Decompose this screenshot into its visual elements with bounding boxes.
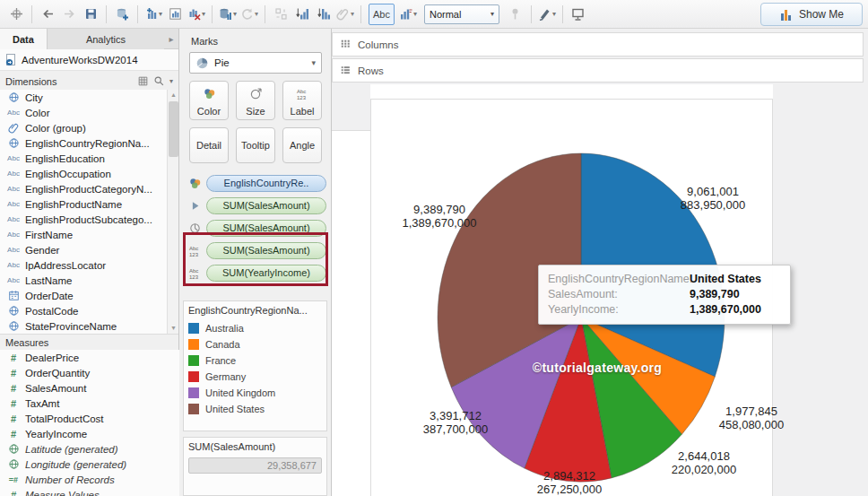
legend-item-australia[interactable]: Australia <box>188 320 326 336</box>
size-button[interactable]: Size <box>236 81 275 120</box>
duplicate-sheet-button[interactable] <box>164 3 186 26</box>
tableau-logo-button[interactable] <box>5 3 27 26</box>
measure-taxamt[interactable]: #TaxAmt <box>0 396 179 411</box>
label-button[interactable]: Abc123 Label <box>282 81 322 120</box>
dimension-englishproductname[interactable]: AbcEnglishProductName <box>0 196 167 212</box>
detail-button[interactable]: Detail <box>189 127 229 163</box>
show-mark-labels-button[interactable]: Abc <box>369 4 395 25</box>
measures-header-label: Measures <box>5 337 48 348</box>
toolbar: ▾▾▾▾▾ Abc ▾Normal▾▾ Show Me <box>0 0 868 29</box>
dropdown-chevron-icon[interactable]: ▾ <box>202 10 205 18</box>
size-legend-value[interactable]: 29,358,677 <box>188 457 322 474</box>
legend-item-france[interactable]: France <box>188 352 326 369</box>
dimension-englisheducation[interactable]: AbcEnglishEducation <box>0 151 167 166</box>
measure-dealerprice[interactable]: #DealerPrice <box>0 350 179 365</box>
svg-text:123: 123 <box>189 251 199 257</box>
svg-text:123: 123 <box>189 274 199 279</box>
dimension-ipaddresslocator[interactable]: AbcIpAddressLocator <box>0 257 167 273</box>
measure-totalproductcost[interactable]: #TotalProductCost <box>0 411 179 426</box>
presentation-mode-icon <box>571 7 585 21</box>
dimension-firstname[interactable]: AbcFirstName <box>0 227 167 242</box>
dropdown-chevron-icon[interactable]: ▾ <box>552 10 556 18</box>
measure-salesamount[interactable]: #SalesAmount <box>0 380 179 396</box>
dimension-stateprovincename[interactable]: StateProvinceName <box>0 318 167 334</box>
sort-descending-button[interactable] <box>313 3 334 26</box>
dimensions-scrollbar[interactable]: ▲ ▼ <box>167 90 178 334</box>
mark-labels-button[interactable]: ▾ <box>397 3 419 26</box>
measure-longitude-generated[interactable]: Longitude (generated) <box>0 457 179 472</box>
measure-measure-values[interactable]: #Measure Values <box>0 487 179 496</box>
toolbar-separator <box>137 5 138 23</box>
toolbar-separator <box>531 5 532 23</box>
dropdown-chevron-icon[interactable]: ▾ <box>159 10 162 18</box>
dimension-color[interactable]: AbcColor <box>0 105 167 120</box>
legend-item-germany[interactable]: Germany <box>188 369 326 385</box>
new-worksheet-button[interactable]: ▾ <box>143 3 164 26</box>
dimension-englishcountryregionna[interactable]: EnglishCountryRegionNa... <box>0 135 167 151</box>
sort-ascending-icon <box>296 7 309 21</box>
abc-icon: Abc <box>4 170 22 178</box>
scroll-down-icon[interactable]: ▼ <box>168 323 179 334</box>
tooltip-button[interactable]: Tooltip <box>236 127 275 163</box>
legend-item-canada[interactable]: Canada <box>188 336 326 352</box>
dropdown-chevron-icon[interactable]: ▾ <box>255 10 258 18</box>
pill-sum-yearlyincome[interactable]: SUM(YearlyIncome) <box>206 265 326 282</box>
dropdown-chevron-icon[interactable]: ▾ <box>413 10 417 18</box>
pill-sum-salesamount[interactable]: SUM(SalesAmount) <box>206 242 326 259</box>
sort-fields-chevron-icon[interactable]: ▾ <box>169 77 173 85</box>
color-button[interactable]: Color <box>189 81 229 120</box>
rows-shelf[interactable]: Rows <box>332 58 864 83</box>
measure-number-of-records[interactable]: =#Number of Records <box>0 472 179 487</box>
pill-sum-salesamount[interactable]: SUM(SalesAmount) <box>206 220 326 237</box>
measure-latitude-generated[interactable]: Latitude (generated) <box>0 441 179 457</box>
angle-button[interactable]: Angle <box>282 127 322 163</box>
dimension-englishproductcategoryn[interactable]: AbcEnglishProductCategoryN... <box>0 181 167 196</box>
scrollbar-thumb[interactable] <box>169 101 178 157</box>
svg-text:Abc: Abc <box>297 89 306 94</box>
update-data-source-button[interactable]: ▾ <box>217 3 239 26</box>
save-button[interactable] <box>80 3 101 26</box>
mark-type-dropdown[interactable]: Pie ▾ <box>189 52 322 74</box>
pill-sum-salesamount[interactable]: SUM(SalesAmount) <box>206 197 326 214</box>
dimension-city[interactable]: City <box>0 90 167 105</box>
highlight-pen-button[interactable]: ▾ <box>536 3 558 26</box>
undo-arrow-button[interactable] <box>37 3 58 26</box>
pill-englishcountryre[interactable]: EnglishCountryRe.. <box>206 175 326 192</box>
hash-icon: # <box>4 383 22 394</box>
legend-item-united-states[interactable]: United States <box>188 401 326 417</box>
dimension-orderdate[interactable]: OrderDate <box>0 288 167 303</box>
tab-data[interactable]: Data <box>0 29 48 49</box>
measures-list: #DealerPrice#OrderQuantity#SalesAmount#T… <box>0 350 179 496</box>
view-data-grid-icon[interactable] <box>137 75 149 87</box>
dimension-gender[interactable]: AbcGender <box>0 242 167 257</box>
scroll-up-icon[interactable]: ▲ <box>168 90 179 100</box>
columns-shelf-icon <box>340 39 352 50</box>
dimension-postalcode[interactable]: PostalCode <box>0 303 167 318</box>
dimension-color-group[interactable]: Color (group) <box>0 120 167 135</box>
dropdown-chevron-icon[interactable]: ▾ <box>233 10 237 18</box>
measure-orderquantity[interactable]: #OrderQuantity <box>0 365 179 380</box>
clear-sheet-button[interactable]: ▾ <box>186 3 207 26</box>
tab-analytics[interactable]: Analytics <box>48 29 164 49</box>
dimensions-list: CityAbcColorColor (group)EnglishCountryR… <box>0 90 167 334</box>
presentation-mode-button[interactable] <box>568 3 589 26</box>
show-me-button[interactable]: Show Me <box>760 3 863 26</box>
legend-swatch <box>188 355 199 366</box>
dropdown-chevron-icon[interactable]: ▾ <box>351 10 354 18</box>
viz-canvas: 9,061,001 883,950,000 1,977,845 458,080,… <box>332 84 868 496</box>
tab-overflow-icon[interactable]: ▸ <box>164 29 178 48</box>
dimension-englishoccupation[interactable]: AbcEnglishOccupation <box>0 166 167 181</box>
find-field-icon[interactable] <box>153 75 165 87</box>
measure-yearlyincome[interactable]: #YearlyIncome <box>0 426 179 441</box>
data-source-item[interactable]: AdventureWorksDW2014 <box>0 49 178 71</box>
svg-text:Abc: Abc <box>189 267 198 273</box>
columns-shelf[interactable]: Columns <box>332 32 864 57</box>
slice-label-canada: 1,977,845 458,080,000 <box>698 405 805 431</box>
sort-ascending-button[interactable] <box>291 3 313 26</box>
fit-mode-select[interactable]: Normal▾ <box>424 4 499 24</box>
dimension-englishproductsubcatego[interactable]: AbcEnglishProductSubcatego... <box>0 212 167 227</box>
add-data-source-button[interactable] <box>111 3 133 26</box>
pane-tabbar: Data Analytics ▸ <box>0 29 178 49</box>
dimension-lastname[interactable]: AbcLastName <box>0 273 167 288</box>
legend-item-united-kingdom[interactable]: United Kingdom <box>188 385 326 401</box>
